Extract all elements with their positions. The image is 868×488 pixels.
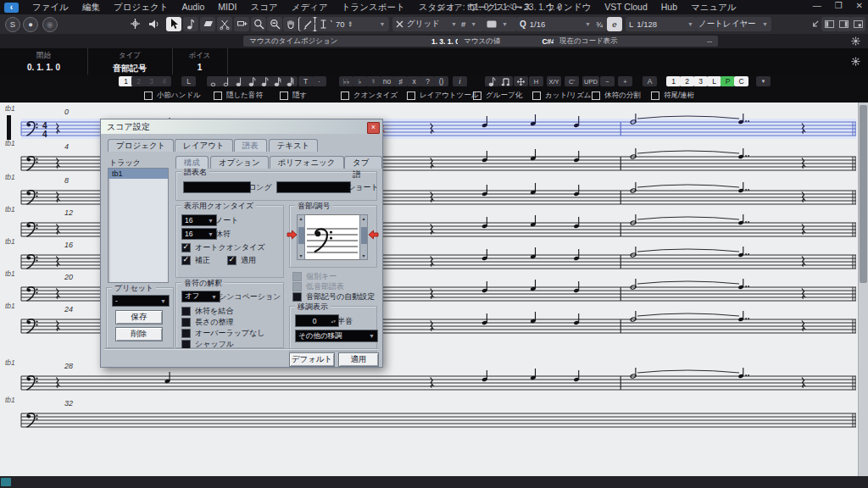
function-c-button[interactable]: C': [565, 76, 579, 86]
horizontal-scrollbar-thumb[interactable]: [1, 478, 11, 486]
filter-checkbox-8[interactable]: [651, 92, 659, 100]
dialog-title-bar[interactable]: スコア設定 ×: [101, 119, 382, 134]
layer-C-button[interactable]: C: [734, 76, 748, 86]
accidental-4-button[interactable]: ♯: [393, 76, 408, 86]
accidental-3-button[interactable]: no: [380, 76, 394, 86]
velocity-dropdown[interactable]: ▼: [374, 17, 389, 31]
layer-dropdown[interactable]: ▼: [756, 76, 771, 86]
clef-scrollbar-right[interactable]: ▴ ▾: [359, 214, 368, 260]
note-layer-dropdown[interactable]: ノートレイヤー▼: [695, 17, 771, 31]
velocity-stepper[interactable]: ▲▼: [348, 20, 353, 27]
pencil-tool[interactable]: [299, 17, 314, 31]
layer-L-button[interactable]: L: [707, 76, 721, 86]
info-button[interactable]: i: [453, 76, 467, 86]
dialog-tab-3[interactable]: テキスト: [269, 139, 319, 152]
enharmonic-dropdown[interactable]: #▼: [458, 17, 485, 31]
hand-tool[interactable]: [283, 17, 298, 31]
quantize-note-dropdown[interactable]: 16▼: [181, 214, 217, 226]
interpretation-checkbox-2[interactable]: [181, 329, 191, 338]
glue-tool[interactable]: [234, 17, 249, 31]
cubase-logo-icon[interactable]: ‹: [4, 3, 19, 13]
horizontal-scrollbar[interactable]: [0, 476, 868, 488]
interpretation-option-0[interactable]: 休符を結合: [181, 306, 233, 317]
move-cross-icon[interactable]: [514, 76, 528, 86]
filter-checkbox-7[interactable]: [592, 92, 600, 100]
trim-tool[interactable]: [315, 17, 331, 31]
dialog-subtab-2[interactable]: ポリフォニック: [270, 156, 344, 169]
filter-checkbox-3[interactable]: [341, 92, 349, 100]
menu-item-13[interactable]: マニュアル: [684, 2, 743, 14]
acoustic-feedback-icon[interactable]: ◉: [42, 17, 58, 32]
tuplet-button[interactable]: T: [298, 76, 313, 86]
function--button[interactable]: −: [600, 76, 615, 86]
magnify-tool[interactable]: [251, 17, 266, 31]
syncopation-dropdown[interactable]: オフ▼: [181, 291, 220, 302]
solo-button[interactable]: S: [5, 17, 20, 32]
accidental-0-button[interactable]: ♭♭: [339, 76, 353, 86]
layer-P-button[interactable]: P: [721, 76, 735, 86]
layer-2-button[interactable]: 2: [680, 76, 694, 86]
magnify-q-tool[interactable]: [267, 17, 282, 31]
menu-item-1[interactable]: 編集: [75, 2, 107, 14]
close-button[interactable]: ✕: [856, 1, 863, 10]
other-transpose-dropdown[interactable]: その他の移調▼: [295, 330, 378, 342]
function--button[interactable]: +: [618, 76, 632, 86]
staff-name-short-field[interactable]: [276, 181, 351, 193]
quantize-rest-dropdown[interactable]: 16▼: [181, 228, 217, 240]
accidental-7-button[interactable]: (): [434, 76, 448, 86]
track-list-item-tb1[interactable]: tb1: [108, 169, 168, 179]
split-tool[interactable]: [217, 17, 232, 31]
track-list[interactable]: tb1: [108, 168, 169, 283]
menu-item-4[interactable]: MIDI: [211, 2, 243, 14]
corner-arrow-icon[interactable]: [807, 17, 822, 31]
project-cursor[interactable]: [7, 115, 11, 140]
menu-item-7[interactable]: トランスポート: [335, 2, 412, 14]
menu-item-5[interactable]: スコア: [244, 2, 285, 14]
filter-checkbox-4[interactable]: [407, 92, 415, 100]
length-quantize-dropdown[interactable]: L 1/128▼: [626, 17, 697, 31]
accidental-2-button[interactable]: ♮: [366, 76, 381, 86]
minimize-button[interactable]: —: [813, 1, 821, 10]
interpretation-option-2[interactable]: オーバーラップなし: [181, 328, 264, 339]
window-zone-left-icon[interactable]: [821, 17, 837, 31]
layer-1-button[interactable]: 1: [666, 76, 681, 86]
filter-checkbox-1[interactable]: [214, 92, 222, 100]
iterative-quantize-button[interactable]: ¾: [592, 17, 607, 31]
status-gear-icon[interactable]: [851, 36, 860, 46]
dialog-tab-2[interactable]: 譜表: [234, 139, 267, 152]
dialog-close-button[interactable]: ×: [367, 122, 380, 134]
menu-item-2[interactable]: プロジェクト: [107, 2, 175, 14]
quantize-panel-button[interactable]: e: [607, 17, 622, 31]
preset-dropdown[interactable]: -▼: [112, 295, 170, 307]
accidental-1-button[interactable]: ♭: [353, 76, 367, 86]
default-button[interactable]: デフォルト: [289, 352, 335, 367]
dialog-subtab-0[interactable]: 構成: [175, 156, 209, 169]
clef-scrollbar-left[interactable]: ▴ ▾: [297, 214, 305, 260]
auto-scroll-tool[interactable]: [127, 17, 142, 31]
menu-item-3[interactable]: Audio: [175, 2, 211, 14]
accidental-5-button[interactable]: x: [407, 76, 421, 86]
feedback-tool[interactable]: [146, 17, 161, 31]
lock-button[interactable]: L: [181, 76, 196, 86]
menu-item-12[interactable]: Hub: [654, 2, 684, 14]
preset-delete-button[interactable]: 削除: [115, 327, 163, 341]
filter-checkbox-5[interactable]: [473, 92, 481, 100]
deviation-checkbox[interactable]: 補正: [181, 255, 210, 266]
adapt-checkbox[interactable]: 適用: [227, 255, 256, 266]
quantize-value-dropdown[interactable]: Q 1/16▼: [516, 17, 594, 31]
auto-quantize-checkbox[interactable]: オートクオンタイズ: [181, 242, 265, 253]
info-gear-icon[interactable]: [851, 57, 860, 66]
semitone-field[interactable]: 0 ▴▾: [295, 314, 339, 327]
layer-3-button[interactable]: 3: [693, 76, 708, 86]
staff-system-28[interactable]: tb128: [0, 368, 858, 396]
maximize-button[interactable]: ❐: [835, 1, 843, 10]
interpretation-checkbox-0[interactable]: [181, 307, 191, 316]
menu-item-0[interactable]: ファイル: [25, 2, 75, 14]
erase-tool[interactable]: [200, 17, 215, 31]
function-xy-button[interactable]: X/Y: [547, 76, 561, 86]
insert-voice-4[interactable]: 4: [157, 76, 171, 86]
function-h-button[interactable]: H: [529, 76, 543, 86]
dialog-subtab-3[interactable]: タブ譜: [344, 156, 382, 169]
interpretation-checkbox-1[interactable]: [181, 318, 191, 327]
staff-name-long-field[interactable]: [183, 181, 251, 193]
